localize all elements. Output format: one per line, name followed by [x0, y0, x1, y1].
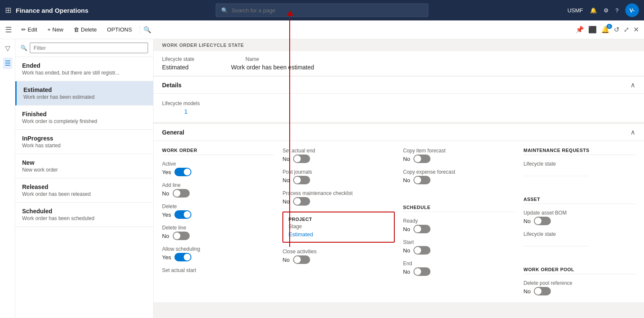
end-value: No: [403, 269, 410, 275]
copy-item-forecast-value: No: [403, 156, 410, 162]
sidebar-item-estimated[interactable]: Estimated Work order has been estimated: [15, 81, 153, 106]
process-maintenance-label: Process maintenance checklist: [282, 190, 394, 196]
edit-icon: ✏: [21, 26, 26, 33]
search-input[interactable]: [231, 7, 423, 14]
delete-pool-ref-value: No: [524, 288, 531, 295]
delete-toggle[interactable]: [174, 210, 191, 219]
pin-icon[interactable]: 📌: [576, 26, 584, 34]
copy-item-forecast-toggle[interactable]: [413, 155, 430, 163]
general-collapse-icon: ∧: [630, 128, 635, 136]
start-label: Start: [403, 239, 515, 245]
process-maintenance-toggle[interactable]: [293, 197, 310, 206]
active-toggle[interactable]: [174, 168, 191, 176]
copy-item-forecast-label: Copy item forecast: [403, 148, 515, 154]
details-section: Details ∧ Lifecycle models 1: [154, 76, 644, 122]
end-field: End No: [403, 261, 515, 276]
sidebar-item-new[interactable]: New New work order: [15, 154, 153, 178]
general-title: General: [162, 129, 184, 136]
office-icon[interactable]: ⬛: [588, 26, 597, 34]
help-icon[interactable]: ?: [616, 7, 618, 14]
sidebar-search-icon: 🔍: [20, 45, 27, 51]
sidebar-item-ended[interactable]: Ended Work has ended, but there are stil…: [15, 57, 153, 81]
copy-expense-forecast-toggle[interactable]: [413, 176, 430, 184]
search-toolbar-icon[interactable]: 🔍: [143, 26, 151, 34]
filter-left-icon[interactable]: ▽: [3, 43, 12, 54]
expand-icon[interactable]: ⤢: [624, 26, 629, 34]
edit-button[interactable]: ✏ Edit: [17, 24, 41, 35]
maintenance-requests-title: MAINTENANCE REQUESTS: [524, 148, 635, 155]
end-toggle[interactable]: [413, 267, 430, 276]
details-collapse-icon: ∧: [630, 81, 635, 89]
add-line-label: Add line: [162, 182, 274, 188]
add-line-value: No: [162, 190, 169, 197]
notification-bell[interactable]: 🔔: [590, 7, 597, 14]
lifecycle-name-label: Name: [245, 56, 259, 62]
sidebar-item-title: New: [22, 159, 146, 166]
close-activities-field: Close activities No: [282, 249, 394, 264]
active-field: Active Yes: [162, 161, 274, 176]
sidebar-item-finished[interactable]: Finished Work order is completely finish…: [15, 106, 153, 130]
delete-button[interactable]: 🗑 Delete: [69, 24, 101, 35]
set-actual-end-field: Set actual end No: [282, 148, 394, 163]
sidebar-filter-input[interactable]: [30, 43, 148, 53]
lifecycle-labels: Lifecycle state Name: [162, 56, 635, 62]
delete-line-toggle[interactable]: [173, 232, 190, 240]
sidebar-item-title: Released: [22, 183, 146, 190]
sidebar: 🔍 Ended Work has ended, but there are st…: [15, 39, 154, 318]
active-label: Active: [162, 161, 274, 167]
sidebar-item-title: InProgress: [22, 135, 146, 142]
project-box: PROJECT Stage Estimated: [282, 212, 394, 243]
end-label: End: [403, 261, 515, 266]
new-button[interactable]: + New: [43, 24, 68, 35]
refresh-icon[interactable]: ↺: [614, 26, 619, 34]
set-actual-start-field: Set actual start: [162, 267, 274, 273]
add-line-toggle[interactable]: [173, 189, 190, 198]
process-maintenance-field: Process maintenance checklist No: [282, 190, 394, 206]
sidebar-item-released[interactable]: Released Work order has been released: [15, 178, 153, 203]
notif-badge: 0: [607, 24, 612, 29]
delete-value: Yes: [162, 212, 171, 218]
post-journals-toggle[interactable]: [293, 176, 310, 184]
start-toggle[interactable]: [413, 246, 430, 255]
update-asset-bom-toggle[interactable]: [534, 217, 551, 225]
middle-column: Set actual end No Post journals No: [282, 148, 394, 295]
toolbar: ☰ ✏ Edit + New 🗑 Delete OPTIONS 🔍 📌 ⬛ 🔔 …: [0, 20, 644, 39]
close-activities-toggle[interactable]: [293, 255, 310, 264]
work-order-title: WORK ORDER: [162, 148, 274, 155]
list-left-icon[interactable]: ☰: [3, 57, 12, 69]
delete-pool-ref-toggle[interactable]: [534, 287, 551, 295]
sidebar-item-sub: Work has started: [22, 143, 146, 149]
lifecycle-models-field: Lifecycle models 1: [162, 100, 635, 115]
section-header: WORK ORDER LIFECYCLE STATE: [154, 39, 644, 51]
post-journals-value: No: [282, 177, 290, 183]
process-maintenance-value: No: [282, 198, 290, 205]
sidebar-item-sub: Work order is completely finished: [22, 118, 146, 124]
delete-label: Delete: [162, 203, 274, 209]
left-icon-strip: ▽ ☰: [0, 39, 15, 318]
details-section-header[interactable]: Details ∧: [154, 76, 644, 94]
general-section-header[interactable]: General ∧: [154, 123, 644, 141]
lifecycle-models-value: 1: [162, 108, 188, 115]
delete-line-value: No: [162, 233, 169, 239]
lifecycle-name-value: Work order has been estimated: [231, 64, 314, 71]
toolbar-separator: [140, 26, 140, 34]
options-button[interactable]: OPTIONS: [103, 24, 137, 35]
close-icon[interactable]: ✕: [633, 26, 639, 34]
waffle-icon[interactable]: ⊞: [5, 6, 11, 15]
start-field: Start No: [403, 239, 515, 255]
settings-icon[interactable]: ⚙: [604, 7, 609, 14]
sidebar-item-sub: New work order: [22, 167, 146, 173]
search-bar[interactable]: 🔍: [216, 3, 428, 17]
active-value: Yes: [162, 169, 171, 175]
user-avatar[interactable]: V-: [625, 3, 639, 17]
close-activities-value: No: [282, 257, 290, 263]
sidebar-item-scheduled[interactable]: Scheduled Work order has been scheduled: [15, 203, 153, 227]
allow-scheduling-toggle[interactable]: [174, 253, 191, 261]
hamburger-icon[interactable]: ☰: [5, 25, 12, 34]
update-asset-bom-value: No: [524, 218, 531, 224]
set-actual-end-toggle[interactable]: [293, 155, 310, 163]
copy-expense-forecast-value: No: [403, 177, 410, 183]
ready-toggle[interactable]: [413, 225, 430, 233]
sidebar-item-inprogress[interactable]: InProgress Work has started: [15, 130, 153, 154]
sidebar-item-title: Estimated: [23, 86, 146, 93]
